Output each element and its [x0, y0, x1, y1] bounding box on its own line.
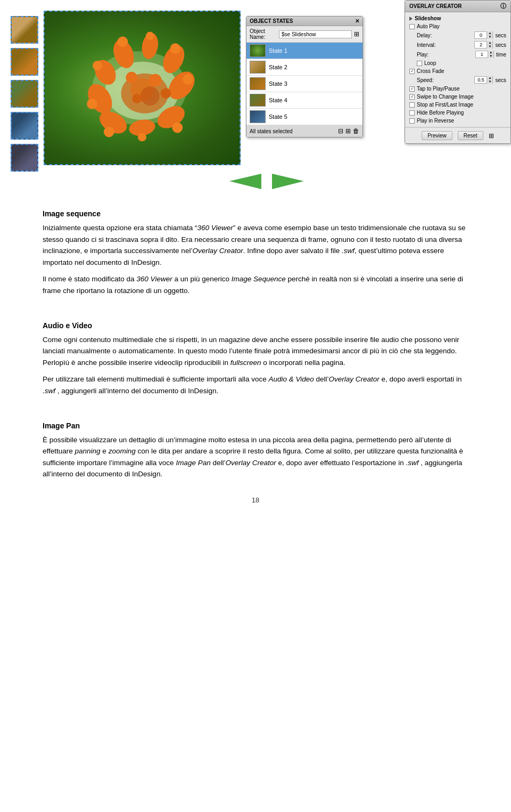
state-label-5: State 5	[269, 113, 287, 120]
delay-spin-down[interactable]: ▼	[487, 35, 492, 39]
s3p1-swf: .swf	[406, 459, 418, 467]
play-label: Play:	[417, 52, 475, 58]
preview-button[interactable]: Preview	[422, 131, 452, 140]
cross-fade-checkbox[interactable]	[409, 69, 415, 74]
s2p2-swf: .swf	[43, 387, 55, 395]
loop-checkbox[interactable]	[417, 61, 422, 66]
thumbnail-5[interactable]	[11, 144, 38, 172]
hide-before-checkbox[interactable]	[409, 110, 415, 116]
s2p2-text3: e, dopo averli esportati in	[380, 375, 462, 383]
speed-spinbox[interactable]: ▲ ▼	[474, 76, 493, 84]
overlay-info-icon[interactable]: ⓘ	[500, 2, 506, 10]
spacer1	[43, 302, 468, 311]
swipe-checkbox[interactable]	[409, 94, 415, 100]
footer-icon-2[interactable]: ⊞	[345, 127, 351, 135]
section1-heading: Image sequence	[43, 209, 468, 218]
object-name-icon: ⊞	[354, 30, 359, 38]
delay-input[interactable]	[475, 33, 487, 38]
speed-row: Speed: ▲ ▼ secs	[409, 75, 506, 85]
svg-point-11	[118, 36, 128, 47]
state-item-2[interactable]: State 2	[246, 59, 362, 76]
object-name-label: Object Name:	[250, 28, 277, 40]
panel-close-icon[interactable]: ✕	[355, 18, 359, 24]
tap-play-label: Tap to Play/Pause	[417, 86, 506, 92]
play-spinbox[interactable]: ▲ ▼	[475, 51, 494, 58]
collapse-icon[interactable]	[409, 17, 413, 21]
play-spin-up[interactable]: ▲	[488, 51, 493, 54]
object-name-input[interactable]	[279, 30, 352, 38]
s2p2-audio-video: Audio & Video	[268, 375, 314, 383]
play-reverse-label: Play in Reverse	[417, 118, 506, 124]
overlay-creator-title: OVERLAY CREATOR ⓘ	[405, 1, 510, 12]
s2p1-fullscreen: fullscreen	[230, 359, 261, 367]
state-item-1[interactable]: State 1	[246, 43, 362, 59]
interval-spinbox[interactable]: ▲ ▼	[474, 41, 493, 48]
s3p1-zooming: zooming	[109, 447, 136, 455]
swipe-label: Swipe to Change Image	[417, 94, 506, 100]
state-thumb-3	[250, 77, 266, 90]
object-states-panel: OBJECT STATES ✕ Object Name: ⊞ State 1 S…	[246, 16, 363, 137]
state-label-2: State 2	[269, 64, 287, 70]
footer-icon-3[interactable]: 🗑	[353, 127, 359, 135]
interval-spin-down[interactable]: ▼	[487, 45, 492, 48]
s1p1-text3: . Infine dopo aver salvato il file	[243, 247, 342, 255]
reset-button[interactable]: Reset	[458, 131, 483, 140]
object-states-title-text: OBJECT STATES	[250, 18, 293, 24]
section2-paragraph1: Come ogni contenuto multimediale che si …	[43, 334, 468, 369]
delay-spin-up[interactable]: ▲	[487, 31, 492, 35]
thumbnail-3[interactable]	[11, 80, 38, 108]
coral-svg	[45, 12, 240, 165]
stop-first-last-checkbox[interactable]	[409, 102, 415, 108]
speed-input[interactable]	[475, 77, 487, 83]
state-item-5[interactable]: State 5	[246, 109, 362, 125]
overlay-panel-icon[interactable]: ⊞	[489, 132, 494, 140]
speed-spin-up[interactable]: ▲	[487, 76, 492, 80]
stop-first-last-label: Stop at First/Last Image	[417, 102, 506, 108]
svg-point-15	[172, 123, 183, 133]
footer-icon-1[interactable]: ⊟	[338, 127, 343, 135]
thumbnail-1[interactable]	[11, 16, 38, 44]
auto-play-checkbox[interactable]	[409, 24, 415, 29]
s2p2-text4: , aggiungerli all’interno del documento …	[55, 387, 218, 395]
s3p1-panning: panning	[75, 447, 101, 455]
section1-paragraph2: Il nome è stato modificato da 360 Viewer…	[43, 273, 468, 296]
section1-paragraph1: Inizialmente questa opzione era stata ch…	[43, 222, 468, 268]
cross-fade-label: Cross Fade	[417, 68, 506, 74]
svg-point-17	[104, 127, 114, 137]
thumbnail-2[interactable]	[11, 48, 38, 76]
s3p1-text2: e	[101, 447, 109, 455]
s2p2-text2: dell’	[314, 375, 329, 383]
svg-point-14	[183, 74, 193, 85]
s2p2-text1: Per utilizzare tali elementi multimedial…	[43, 375, 268, 383]
play-reverse-checkbox[interactable]	[409, 118, 415, 124]
s2p2-overlay-creator: Overlay Creator	[329, 375, 380, 383]
state-label-3: State 3	[269, 80, 287, 87]
svg-point-12	[146, 32, 154, 40]
delay-spinbox[interactable]: ▲ ▼	[474, 31, 493, 39]
swipe-row: Swipe to Change Image	[409, 93, 506, 101]
interval-unit: secs	[495, 42, 506, 48]
thumbnail-4[interactable]	[11, 112, 38, 140]
s1p2-image-sequence: Image Sequence	[232, 275, 286, 283]
section2-paragraph2: Per utilizzare tali elementi multimedial…	[43, 373, 468, 396]
slideshow-section-title: Slideshow	[409, 14, 506, 22]
state-item-4[interactable]: State 4	[246, 92, 362, 109]
speed-label: Speed:	[417, 77, 474, 83]
interval-label: Interval:	[417, 42, 474, 48]
speed-spin-down[interactable]: ▼	[487, 80, 492, 84]
play-spin-down[interactable]: ▼	[488, 54, 493, 58]
s1p1-text1: Inizialmente questa opzione era stata ch…	[43, 224, 197, 232]
play-input[interactable]	[476, 52, 488, 57]
arrow-right-icon[interactable]	[272, 169, 304, 193]
arrow-left-icon[interactable]	[229, 169, 261, 193]
interval-spin-up[interactable]: ▲	[487, 41, 492, 45]
slideshow-section: Slideshow Auto Play Delay: ▲ ▼ secs	[405, 12, 510, 127]
interval-input[interactable]	[475, 42, 487, 47]
svg-point-18	[87, 99, 97, 109]
tap-play-row: Tap to Play/Pause	[409, 85, 506, 93]
state-item-3[interactable]: State 3	[246, 76, 362, 92]
tap-play-checkbox[interactable]	[409, 86, 415, 92]
spacer2	[43, 402, 468, 411]
svg-point-22	[141, 86, 160, 105]
thumbnails-column	[11, 11, 38, 193]
